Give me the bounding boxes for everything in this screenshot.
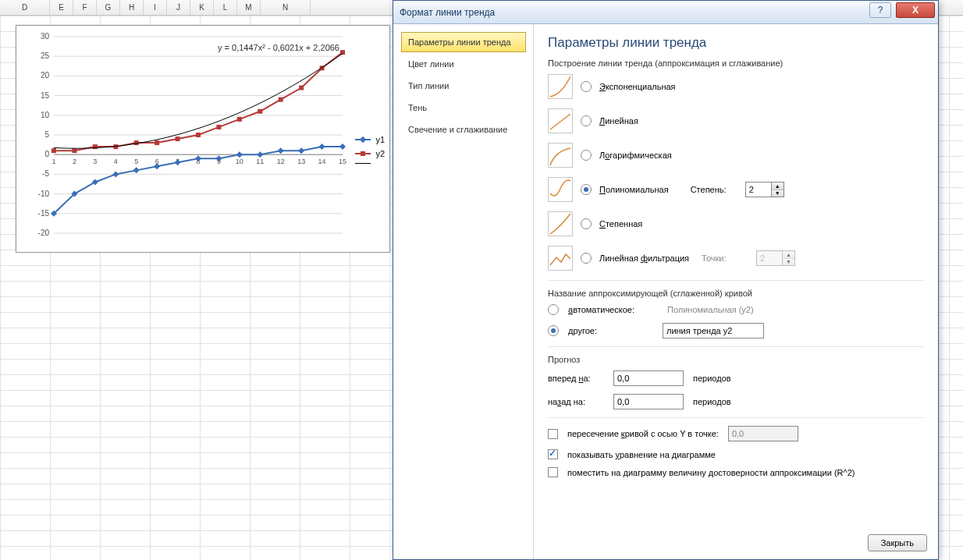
label-auto-name: автоматическое: <box>568 305 634 314</box>
radio-auto-name[interactable] <box>548 304 559 315</box>
degree-label: Степень: <box>691 185 741 194</box>
col-header[interactable]: E <box>50 0 73 15</box>
dialog-titlebar[interactable]: Формат линии тренда ? X <box>393 1 938 24</box>
svg-text:5: 5 <box>44 130 49 139</box>
legend-marker-trend <box>355 163 371 164</box>
spinner-down-icon[interactable]: ▼ <box>772 190 784 197</box>
svg-rect-48 <box>258 109 262 114</box>
label-logarithmic: Логарифмическая <box>599 151 672 160</box>
svg-rect-42 <box>134 140 139 145</box>
plot-area: -20-15-10-505101520253012345678910111213… <box>54 32 343 247</box>
checkbox-show-equation[interactable] <box>548 449 558 459</box>
svg-text:15: 15 <box>41 91 50 100</box>
col-header[interactable]: J <box>167 0 190 15</box>
back-periods: периодов <box>693 397 731 406</box>
dialog-panel: Параметры линии тренда Построение линии … <box>534 24 938 559</box>
points-input <box>757 251 782 265</box>
svg-text:11: 11 <box>256 158 264 165</box>
svg-text:5: 5 <box>134 158 138 165</box>
close-icon: X <box>912 5 919 16</box>
svg-text:10: 10 <box>236 158 243 165</box>
help-icon: ? <box>878 5 883 16</box>
format-trendline-dialog: Формат линии тренда ? X Параметры линии … <box>393 0 939 560</box>
svg-text:0: 0 <box>44 150 49 158</box>
svg-text:2: 2 <box>73 158 76 165</box>
col-header[interactable]: I <box>144 0 167 15</box>
col-header[interactable]: K <box>190 0 214 15</box>
label-intercept: пересечение кривой с осью Y в точке: <box>567 429 719 438</box>
radio-exponential[interactable] <box>581 81 592 92</box>
svg-rect-50 <box>299 86 304 90</box>
col-header[interactable]: M <box>237 0 261 15</box>
radio-polynomial[interactable] <box>581 184 592 195</box>
label-power: Степенная <box>599 219 642 229</box>
auto-name-value: Полиномиальная (y2) <box>667 305 754 314</box>
intercept-input <box>728 426 798 441</box>
svg-line-53 <box>550 114 570 129</box>
sidebar-item-line-style[interactable]: Тип линии <box>401 76 526 96</box>
radio-logarithmic[interactable] <box>581 150 592 161</box>
degree-spinner[interactable]: ▲▼ <box>745 182 784 197</box>
svg-text:25: 25 <box>41 51 50 60</box>
trend-icon-logarithmic <box>548 143 573 168</box>
checkbox-intercept[interactable] <box>548 429 558 439</box>
legend-marker-y2 <box>355 153 371 154</box>
radio-linear[interactable] <box>581 115 592 126</box>
label-linear: Линейная <box>599 116 638 126</box>
svg-text:-15: -15 <box>38 209 50 218</box>
col-header[interactable]: H <box>120 0 144 15</box>
svg-rect-49 <box>279 97 283 102</box>
checkbox-show-r2[interactable] <box>548 467 558 477</box>
dialog-title: Формат линии тренда <box>400 7 495 18</box>
col-header[interactable]: G <box>97 0 120 15</box>
close-button[interactable]: X <box>896 2 935 18</box>
label-other-name: другое: <box>568 326 597 335</box>
spinner-up-icon: ▲ <box>783 251 794 259</box>
svg-text:-10: -10 <box>38 190 50 198</box>
trend-icon-moving-average <box>548 246 573 271</box>
svg-text:12: 12 <box>277 158 285 165</box>
back-label: назад на: <box>548 397 604 406</box>
label-show-r2: поместить на диаграмму величину достовер… <box>567 468 855 477</box>
radio-other-name[interactable] <box>548 325 559 336</box>
label-exponential: ЭЭкспоненциальнаякспоненциальная <box>599 82 676 91</box>
spinner-down-icon: ▼ <box>783 259 794 266</box>
svg-rect-44 <box>176 136 180 141</box>
trendline-equation: y = 0,1447x² - 0,6021x + 2,2066 <box>218 43 339 52</box>
col-header[interactable]: F <box>73 0 97 15</box>
trend-icon-power <box>548 211 573 236</box>
svg-rect-46 <box>216 125 221 129</box>
embedded-chart[interactable]: -20-15-10-505101520253012345678910111213… <box>16 25 390 253</box>
sidebar-item-shadow[interactable]: Тень <box>401 97 526 118</box>
col-header[interactable]: L <box>214 0 237 15</box>
group-trend-type: Построение линии тренда (аппроксимация и… <box>548 58 924 68</box>
forward-label: вперед на: <box>548 374 604 383</box>
other-name-input[interactable] <box>663 323 764 338</box>
back-input[interactable] <box>613 394 684 409</box>
dialog-close-button[interactable]: Закрыть <box>868 534 927 551</box>
degree-input[interactable] <box>746 183 771 197</box>
legend-label: y2 <box>375 149 385 158</box>
svg-text:-20: -20 <box>38 229 50 237</box>
legend-marker-y1 <box>355 139 371 140</box>
col-header[interactable]: N <box>261 0 311 15</box>
col-header[interactable]: D <box>0 0 50 15</box>
help-button[interactable]: ? <box>869 2 891 18</box>
forward-periods: периодов <box>693 374 731 383</box>
radio-power[interactable] <box>581 218 592 229</box>
sidebar-item-glow[interactable]: Свечение и сглаживание <box>401 119 526 140</box>
svg-text:13: 13 <box>297 158 305 165</box>
spinner-up-icon[interactable]: ▲ <box>772 183 784 190</box>
radio-moving-average[interactable] <box>581 253 592 264</box>
trend-icon-linear <box>548 108 573 133</box>
svg-text:4: 4 <box>114 158 118 165</box>
forward-input[interactable] <box>613 370 684 386</box>
svg-text:10: 10 <box>41 111 50 119</box>
svg-text:3: 3 <box>93 158 97 165</box>
sidebar-item-trendline-options[interactable]: Параметры линии тренда <box>401 32 526 52</box>
svg-rect-45 <box>196 133 201 137</box>
chart-legend: y1 y2 <box>355 135 385 168</box>
svg-rect-39 <box>72 148 76 153</box>
sidebar-item-line-color[interactable]: Цвет линии <box>401 54 526 74</box>
trend-icon-polynomial <box>548 177 573 202</box>
